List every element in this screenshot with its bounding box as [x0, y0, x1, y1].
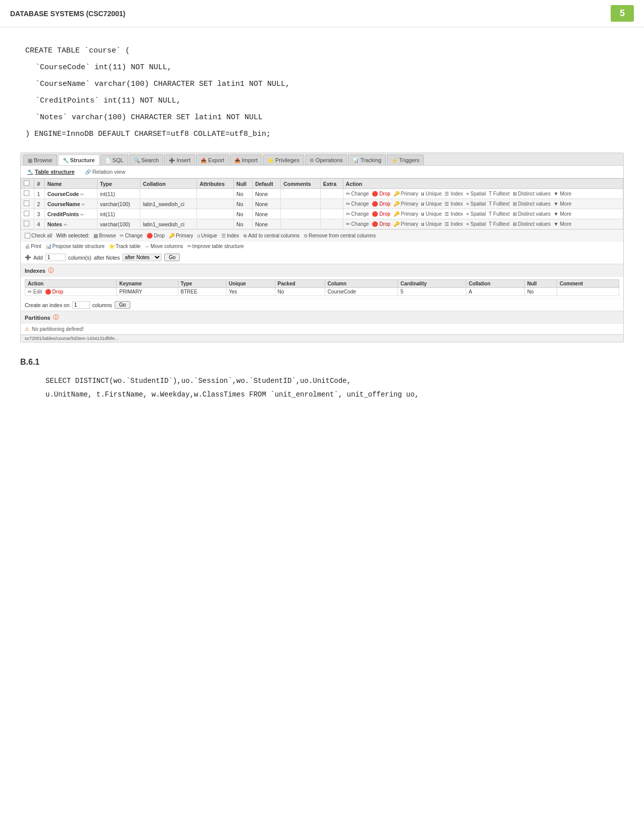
indexes-section-header[interactable]: Indexes ⓘ: [21, 264, 623, 277]
row-more-link[interactable]: ▼ More: [554, 221, 571, 227]
remove-central-icon: ⊖: [304, 233, 308, 238]
row-more-link[interactable]: ▼ More: [554, 211, 571, 217]
sql-line-6: ) ENGINE=InnoDB DEFAULT CHARSET=utf8 COL…: [20, 126, 624, 142]
print-btn[interactable]: 🖨 Print: [25, 243, 41, 249]
row-spatial-link[interactable]: ⌖ Spatial: [466, 211, 486, 217]
row-type: int(11): [97, 189, 140, 199]
add-col-go-button[interactable]: Go: [164, 254, 180, 261]
move-cols-btn[interactable]: ↔ Move columns: [144, 243, 183, 249]
row-primary-link[interactable]: 🔑 Primary: [393, 201, 418, 207]
row-index-link[interactable]: ☰ Index: [444, 211, 463, 217]
row-actions: ✏ Change 🔴 Drop 🔑 Primary u Unique ☰ Ind…: [343, 219, 623, 229]
privileges-icon: ⭐: [268, 158, 274, 163]
row-primary-link[interactable]: 🔑 Primary: [393, 211, 418, 217]
row-drop-link[interactable]: 🔴 Drop: [372, 211, 390, 217]
tab-browse[interactable]: ▦ Browse: [23, 155, 57, 165]
row-actions: ✏ Change 🔴 Drop 🔑 Primary u Unique ☰ Ind…: [343, 209, 623, 219]
row-fulltext-link[interactable]: T Fulltext: [489, 201, 510, 207]
row-change-link[interactable]: ✏ Change: [346, 221, 369, 227]
tab-sql[interactable]: 📄 SQL: [101, 155, 128, 165]
col-header-comments: Comments: [281, 179, 321, 189]
row-unique-link[interactable]: u Unique: [421, 191, 442, 197]
index-row: ✏ Edit 🔴 Drop PRIMARY BTREE Yes No Cours…: [25, 288, 619, 296]
col-header-num: #: [34, 179, 44, 189]
index-icon: ☰: [221, 233, 226, 238]
create-index-num-input[interactable]: [72, 301, 90, 309]
row-unique-link[interactable]: u Unique: [421, 201, 442, 207]
tab-search[interactable]: 🔍 Search: [129, 155, 164, 165]
row-unique-link[interactable]: u Unique: [421, 221, 442, 227]
tab-import[interactable]: 📥 Import: [230, 155, 262, 165]
b61-query: SELECT DISTINCT(wo.`StudentID`),uo.`Sess…: [20, 374, 624, 401]
partitions-section-header[interactable]: Partitions ⓘ: [21, 311, 623, 324]
row-fulltext-link[interactable]: T Fulltext: [489, 221, 510, 227]
idx-edit-link[interactable]: ✏ Edit: [28, 289, 42, 295]
row-distinct-link[interactable]: ⊞ Distinct values: [513, 201, 551, 207]
row-index-link[interactable]: ☰ Index: [444, 191, 463, 197]
idx-col-packed: Packed: [275, 280, 325, 288]
main-content: CREATE TABLE `course` ( `CourseCode` int…: [0, 27, 644, 416]
remove-central-btn[interactable]: ⊖ Remove from central columns: [304, 233, 376, 238]
check-all-item[interactable]: Check all: [25, 233, 52, 238]
idx-col-type: Type: [178, 280, 226, 288]
row-primary-link[interactable]: 🔑 Primary: [393, 221, 418, 227]
propose-btn[interactable]: 📊 Propose table structure: [45, 243, 105, 249]
row-index-link[interactable]: ☰ Index: [444, 221, 463, 227]
create-index-go-button[interactable]: Go: [115, 301, 130, 309]
row-change-link[interactable]: ✏ Change: [346, 211, 369, 217]
tab-structure[interactable]: 🔧 Structure: [58, 155, 100, 165]
row-drop-link[interactable]: 🔴 Drop: [372, 221, 390, 227]
add-col-position-select[interactable]: after Notes at End at Beginning: [122, 254, 162, 261]
row-more-link[interactable]: ▼ More: [554, 201, 571, 207]
track-icon: ⭐: [109, 243, 115, 249]
header: DATABASE SYSTEMS (CSC72001) 5: [0, 0, 644, 27]
row-distinct-link[interactable]: ⊞ Distinct values: [513, 211, 551, 217]
browse-icon: ▦: [28, 158, 32, 163]
row-actions: ✏ Change 🔴 Drop 🔑 Primary u Unique ☰ Ind…: [343, 189, 623, 199]
row-spatial-link[interactable]: ⌖ Spatial: [466, 191, 486, 197]
row-fulltext-link[interactable]: T Fulltext: [489, 211, 510, 217]
row-change-link[interactable]: ✏ Change: [346, 201, 369, 207]
row-name: CourseName ✏: [44, 199, 97, 209]
row-null: No: [234, 219, 253, 229]
row-index-link[interactable]: ☰ Index: [444, 201, 463, 207]
row-type: varchar(100): [97, 219, 140, 229]
sub-tab-relation-view[interactable]: 🔗 Relation view: [82, 168, 128, 176]
row-unique-link[interactable]: u Unique: [421, 211, 442, 217]
sub-tab-table-structure[interactable]: 🔧 Table structure: [25, 168, 77, 176]
row-comments: [281, 219, 321, 229]
row-more-link[interactable]: ▼ More: [554, 191, 571, 197]
row-spatial-link[interactable]: ⌖ Spatial: [466, 221, 486, 227]
add-central-btn[interactable]: ⊕ Add to central columns: [243, 233, 300, 238]
unique-selected-btn[interactable]: u Unique: [197, 233, 217, 238]
row-change-link[interactable]: ✏ Change: [346, 191, 369, 197]
row-distinct-link[interactable]: ⊞ Distinct values: [513, 221, 551, 227]
table-row: 3 CreditPoints ✏ int(11) No None ✏ Chang…: [21, 209, 623, 219]
tab-triggers[interactable]: ⚡ Triggers: [387, 155, 424, 165]
change-selected-btn[interactable]: ✏ Change: [120, 233, 142, 238]
row-spatial-link[interactable]: ⌖ Spatial: [466, 201, 486, 207]
drop-selected-btn[interactable]: 🔴 Drop: [146, 233, 165, 238]
idx-drop-link[interactable]: 🔴 Drop: [45, 289, 63, 295]
add-col-num-input[interactable]: [45, 254, 66, 261]
row-name: CreditPoints ✏: [44, 209, 97, 219]
row-drop-link[interactable]: 🔴 Drop: [372, 201, 390, 207]
track-btn[interactable]: ⭐ Track table: [109, 243, 140, 249]
index-selected-btn[interactable]: ☰ Index: [221, 233, 239, 238]
check-all-checkbox[interactable]: [25, 233, 30, 238]
partition-warn-icon: ⚠: [25, 326, 29, 332]
row-distinct-link[interactable]: ⊞ Distinct values: [513, 191, 551, 197]
idx-col-cardinality: Cardinality: [398, 280, 466, 288]
tab-tracking[interactable]: 📊 Tracking: [348, 155, 386, 165]
primary-selected-btn[interactable]: 🔑 Primary: [169, 233, 193, 238]
row-fulltext-link[interactable]: T Fulltext: [489, 191, 510, 197]
tab-export[interactable]: 📤 Export: [196, 155, 229, 165]
row-primary-link[interactable]: 🔑 Primary: [393, 191, 418, 197]
b61-query-line1: SELECT DISTINCT(wo.`StudentID`),uo.`Sess…: [45, 374, 624, 388]
tab-operations[interactable]: ⚙ Operations: [305, 155, 348, 165]
tab-insert[interactable]: ➕ Insert: [164, 155, 195, 165]
browse-selected-btn[interactable]: ▦ Browse: [93, 233, 116, 238]
improve-btn[interactable]: ✏ Improve table structure: [187, 243, 244, 249]
row-drop-link[interactable]: 🔴 Drop: [372, 191, 390, 197]
tab-privileges[interactable]: ⭐ Privileges: [263, 155, 304, 165]
